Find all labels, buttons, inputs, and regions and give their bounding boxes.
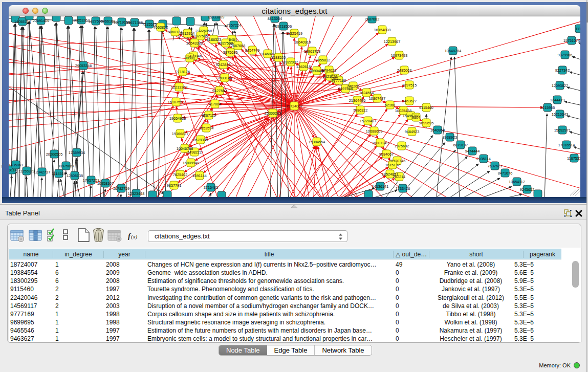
svg-text:1117: 1117 xyxy=(575,27,580,31)
svg-text:3624554: 3624554 xyxy=(359,91,374,95)
svg-text:16210643: 16210643 xyxy=(552,112,568,117)
svg-text:19384554: 19384554 xyxy=(309,140,325,144)
svg-text:17016514: 17016514 xyxy=(558,143,575,147)
svg-text:16033809: 16033809 xyxy=(208,16,224,19)
svg-text:1733426: 1733426 xyxy=(396,186,410,191)
svg-text:30975867: 30975867 xyxy=(58,164,74,168)
svg-text:19166827: 19166827 xyxy=(172,132,188,136)
svg-text:12213369: 12213369 xyxy=(171,85,187,90)
svg-text:7357224: 7357224 xyxy=(227,23,241,28)
svg-text:10654112: 10654112 xyxy=(509,180,525,184)
svg-text:16671355: 16671355 xyxy=(126,20,143,25)
svg-text:1244419: 1244419 xyxy=(550,98,564,102)
svg-text:10025438: 10025438 xyxy=(395,108,411,113)
svg-text:8471676: 8471676 xyxy=(498,171,512,176)
svg-text:1553594: 1553594 xyxy=(199,126,213,130)
svg-text:16543382: 16543382 xyxy=(186,41,203,46)
svg-text:23226058: 23226058 xyxy=(195,29,212,33)
svg-text:21364436: 21364436 xyxy=(349,98,365,103)
svg-text:9699695: 9699695 xyxy=(419,121,433,125)
svg-text:9227342: 9227342 xyxy=(555,68,570,73)
svg-text:98901: 98901 xyxy=(185,56,195,60)
svg-text:7986322: 7986322 xyxy=(353,108,367,113)
svg-text:12505135: 12505135 xyxy=(67,173,83,178)
svg-text:2935114: 2935114 xyxy=(476,157,491,161)
svg-text:9463627: 9463627 xyxy=(402,99,417,103)
svg-text:1640954: 1640954 xyxy=(430,128,445,133)
svg-text:417004: 417004 xyxy=(209,102,221,106)
svg-text:9245652: 9245652 xyxy=(520,187,534,192)
svg-text:15692971: 15692971 xyxy=(554,128,571,133)
svg-text:3716485: 3716485 xyxy=(204,185,218,190)
svg-text:(x): (x) xyxy=(131,233,138,240)
svg-text:1691144: 1691144 xyxy=(192,173,207,178)
svg-text:14055714: 14055714 xyxy=(14,19,31,24)
svg-text:12942737: 12942737 xyxy=(34,170,50,174)
svg-text:12093822: 12093822 xyxy=(552,83,568,88)
svg-text:7625402: 7625402 xyxy=(173,172,187,177)
svg-text:62160: 62160 xyxy=(385,103,395,107)
svg-text:1435061: 1435061 xyxy=(9,163,23,167)
svg-text:3215955: 3215955 xyxy=(540,105,555,110)
svg-text:11325419: 11325419 xyxy=(286,31,302,36)
svg-text:14136141: 14136141 xyxy=(372,184,388,189)
svg-text:9464923: 9464923 xyxy=(405,129,419,134)
svg-text:20206505: 20206505 xyxy=(46,152,62,157)
svg-text:20691406: 20691406 xyxy=(33,18,49,23)
svg-text:25300203: 25300203 xyxy=(265,111,281,116)
svg-text:1297515: 1297515 xyxy=(402,83,417,87)
svg-text:6879197: 6879197 xyxy=(453,143,468,147)
svg-text:252214: 252214 xyxy=(393,174,405,179)
svg-text:19724007: 19724007 xyxy=(286,104,302,108)
svg-text:11156829: 11156829 xyxy=(18,169,34,173)
svg-text:8813054: 8813054 xyxy=(268,16,282,21)
svg-text:12213967: 12213967 xyxy=(384,39,400,44)
svg-text:7955812: 7955812 xyxy=(316,58,330,62)
svg-text:16809948: 16809948 xyxy=(183,161,199,165)
svg-text:10958107: 10958107 xyxy=(97,181,114,186)
svg-text:9084067: 9084067 xyxy=(379,152,394,157)
svg-text:2687682: 2687682 xyxy=(365,17,379,21)
svg-text:1167533: 1167533 xyxy=(567,156,580,161)
svg-text:9427552: 9427552 xyxy=(212,89,227,93)
svg-text:8912954: 8912954 xyxy=(180,31,194,36)
svg-text:18807249: 18807249 xyxy=(372,141,388,145)
svg-text:16961758: 16961758 xyxy=(304,49,320,54)
svg-text:7632621: 7632621 xyxy=(488,164,502,168)
svg-text:16782759: 16782759 xyxy=(113,186,129,191)
svg-text:3498222: 3498222 xyxy=(187,150,202,155)
svg-text:6794028: 6794028 xyxy=(322,68,336,73)
svg-text:2867608: 2867608 xyxy=(231,43,245,48)
svg-text:18640910: 18640910 xyxy=(294,40,311,45)
svg-text:9329966: 9329966 xyxy=(558,53,572,57)
svg-text:16154808: 16154808 xyxy=(374,28,390,32)
svg-text:9327505: 9327505 xyxy=(193,34,208,38)
svg-text:1615132: 1615132 xyxy=(385,163,400,167)
svg-text:9242848: 9242848 xyxy=(216,62,230,67)
svg-text:2803144: 2803144 xyxy=(217,76,232,80)
svg-text:9777169: 9777169 xyxy=(332,78,346,83)
svg-text:3875685: 3875685 xyxy=(223,50,237,55)
svg-text:8322037: 8322037 xyxy=(284,60,298,64)
svg-text:12323448: 12323448 xyxy=(128,191,144,196)
svg-text:10648784: 10648784 xyxy=(445,49,461,53)
svg-text:9857791: 9857791 xyxy=(167,183,181,188)
svg-text:1975692: 1975692 xyxy=(395,144,409,148)
svg-text:8454749: 8454749 xyxy=(245,48,259,53)
svg-text:39114: 39114 xyxy=(9,168,17,172)
svg-text:19654935: 19654935 xyxy=(169,116,186,121)
svg-text:9804: 9804 xyxy=(412,115,420,120)
svg-text:10688609: 10688609 xyxy=(366,129,382,134)
svg-text:7485063: 7485063 xyxy=(397,68,411,73)
svg-text:8578335: 8578335 xyxy=(193,138,208,142)
svg-text:9115460: 9115460 xyxy=(419,105,433,110)
svg-text:1588520: 1588520 xyxy=(271,55,286,60)
svg-text:15751074: 15751074 xyxy=(563,38,580,43)
svg-text:16107553: 16107553 xyxy=(168,100,184,104)
svg-text:17359934: 17359934 xyxy=(69,150,85,155)
svg-text:15720407: 15720407 xyxy=(360,119,376,123)
svg-text:7663822: 7663822 xyxy=(154,25,168,30)
svg-text:10973493: 10973493 xyxy=(391,53,407,58)
svg-text:9474444: 9474444 xyxy=(465,149,480,154)
svg-text:2718176: 2718176 xyxy=(176,70,190,74)
